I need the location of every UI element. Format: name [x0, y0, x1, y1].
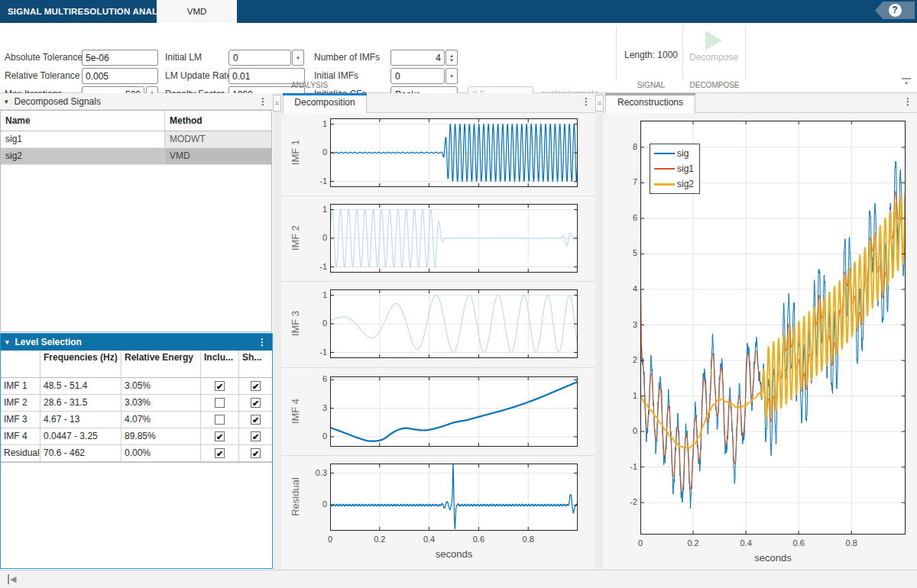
- x-tick-label: 0.4: [731, 538, 761, 548]
- workspace: ▾ Decomposed Signals ⋮ Name Method sig1 …: [0, 93, 917, 570]
- tab-decomposition[interactable]: Decomposition: [283, 93, 367, 113]
- decomposed-signals-table: Name Method sig1 MODWT sig2 VMD: [0, 110, 272, 332]
- level-row-imf4[interactable]: IMF 40.0447 - 3.2589.85%✔✔: [1, 428, 272, 445]
- legend-entry-sig: sig: [654, 146, 694, 161]
- signal-section-label: SIGNAL: [619, 81, 683, 92]
- include-checkbox[interactable]: ✔: [215, 381, 225, 391]
- app-title-tab[interactable]: SIGNAL MULTIRESOLUTION ANALYZER: [8, 0, 181, 23]
- signal-row-sig2[interactable]: sig2 VMD: [1, 148, 271, 165]
- level-row-imf1[interactable]: IMF 148.5 - 51.43.05%✔✔: [1, 378, 272, 395]
- tab-vmd[interactable]: VMD: [157, 0, 237, 23]
- absolute-tolerance-input[interactable]: [82, 50, 158, 66]
- show-checkbox[interactable]: ✔: [251, 448, 261, 458]
- status-bar: ◀: [0, 570, 917, 588]
- level-frequencies: 4.67 - 13: [41, 412, 122, 428]
- y-tick-label: 6: [296, 374, 327, 383]
- y-tick-label: 3: [607, 320, 637, 329]
- plot-separator: [281, 367, 595, 368]
- level-energy: 4.07%: [122, 412, 201, 428]
- kebab-menu-icon[interactable]: ⋮: [258, 96, 268, 107]
- inactive-tab-accent: [605, 93, 695, 95]
- level-selection-header[interactable]: ▾ Level Selection ⋮: [1, 334, 272, 351]
- y-tick-label: 0: [296, 147, 327, 157]
- toolbar-separator: [616, 26, 617, 81]
- include-checkbox[interactable]: [215, 398, 225, 408]
- splitter-right[interactable]: ≡: [595, 93, 604, 570]
- level-energy: 89.85%: [122, 428, 201, 445]
- absolute-tolerance-label: Absolute Tolerance: [5, 50, 83, 65]
- include-cell: [201, 412, 239, 428]
- decompose-button[interactable]: Decompose: [685, 27, 742, 78]
- kebab-menu-icon[interactable]: ⋮: [582, 96, 591, 107]
- relative-tolerance-input[interactable]: [82, 68, 158, 84]
- kebab-menu-icon[interactable]: ⋮: [257, 337, 267, 347]
- collapse-toolbar-button[interactable]: ▲: [902, 78, 911, 86]
- y-tick-label: 0: [607, 426, 637, 435]
- include-column-header: Inclu...: [201, 351, 239, 378]
- initial-lm-combo[interactable]: 0: [228, 50, 291, 66]
- x-tick-label: 0.2: [365, 535, 395, 544]
- level-energy: 3.05%: [122, 378, 201, 395]
- reconstructions-panel: Reconstructions ⋮ -2-101234567800.20.40.…: [604, 93, 917, 570]
- y-tick-label: 8: [607, 142, 637, 151]
- help-button[interactable]: ?: [875, 2, 915, 19]
- level-row-imf2[interactable]: IMF 228.6 - 31.53.03%✔: [1, 395, 272, 412]
- level-row-imf3[interactable]: IMF 34.67 - 134.07%✔: [1, 412, 272, 428]
- plot-row-label: IMF 3: [290, 301, 301, 347]
- initial-lm-dropdown-arrow[interactable]: ▾: [292, 50, 304, 66]
- level-selection-panel: ▾ Level Selection ⋮ Frequencies (Hz) Rel…: [0, 333, 273, 569]
- show-cell: ✔: [239, 378, 272, 395]
- show-checkbox[interactable]: ✔: [251, 398, 261, 408]
- grip-icon[interactable]: ≡: [595, 95, 604, 111]
- grip-icon[interactable]: ≡: [273, 95, 281, 111]
- blank-column-header: [1, 351, 41, 378]
- show-cell: ✔: [239, 445, 272, 462]
- show-checkbox[interactable]: ✔: [251, 381, 261, 391]
- tab-reconstructions[interactable]: Reconstructions: [605, 93, 695, 113]
- name-column-header: Name: [1, 111, 165, 131]
- plot-separator: [281, 195, 595, 196]
- x-tick-label: 0.8: [836, 538, 867, 548]
- x-tick-label: 0: [625, 538, 656, 548]
- y-tick-label: -1: [296, 347, 327, 357]
- include-checkbox[interactable]: [215, 415, 225, 425]
- analysis-section-label: ANALYSIS: [271, 81, 348, 92]
- legend[interactable]: sig sig1 sig2: [650, 144, 700, 194]
- number-of-imfs-input[interactable]: [390, 50, 445, 66]
- level-selection-table: Frequencies (Hz) Relative Energy Inclu..…: [1, 351, 272, 463]
- splitter-left[interactable]: ≡: [273, 93, 281, 570]
- include-checkbox[interactable]: ✔: [215, 448, 225, 458]
- caret-down-icon: ▾: [450, 74, 453, 79]
- x-axis-label: seconds: [423, 548, 484, 560]
- y-tick-label: 1: [607, 391, 637, 400]
- initial-lm-label: Initial LM: [165, 50, 202, 65]
- y-tick-label: 0: [296, 431, 327, 441]
- x-tick-label: 0.4: [414, 535, 445, 544]
- y-tick-label: 7: [607, 177, 637, 186]
- show-checkbox[interactable]: ✔: [251, 415, 261, 425]
- plot-row-label: IMF 1: [290, 130, 301, 176]
- signal-name: sig1: [1, 131, 165, 147]
- y-tick-label: 1: [296, 119, 327, 128]
- initial-imfs-combo[interactable]: 0: [390, 68, 445, 84]
- signal-row-sig1[interactable]: sig1 MODWT: [1, 131, 271, 148]
- level-row-residual[interactable]: Residual70.6 - 4620.00%✔✔: [1, 445, 272, 462]
- number-of-imfs-spinner[interactable]: ▴▾: [446, 50, 458, 66]
- x-axis-label: seconds: [743, 552, 804, 564]
- collapse-section-icon[interactable]: ▾: [5, 338, 9, 346]
- kebab-menu-icon[interactable]: ⋮: [903, 96, 912, 107]
- lm-update-rate-label: LM Update Rate: [165, 68, 232, 83]
- frequencies-column-header: Frequencies (Hz): [41, 351, 122, 378]
- initial-imfs-dropdown-arrow[interactable]: ▾: [446, 68, 458, 84]
- show-checkbox[interactable]: ✔: [251, 431, 261, 441]
- y-tick-label: 1: [296, 290, 327, 299]
- include-cell: ✔: [201, 378, 239, 395]
- level-frequencies: 70.6 - 462: [41, 445, 122, 462]
- y-tick-label: 0: [296, 499, 327, 509]
- level-name: IMF 4: [1, 428, 41, 445]
- collapse-section-icon[interactable]: ▾: [5, 98, 8, 105]
- show-column-header: Sh...: [239, 351, 272, 378]
- include-checkbox[interactable]: ✔: [215, 431, 225, 441]
- decomposed-signals-header[interactable]: ▾ Decomposed Signals ⋮: [0, 93, 273, 110]
- collapse-left-icon[interactable]: ◀: [8, 574, 16, 584]
